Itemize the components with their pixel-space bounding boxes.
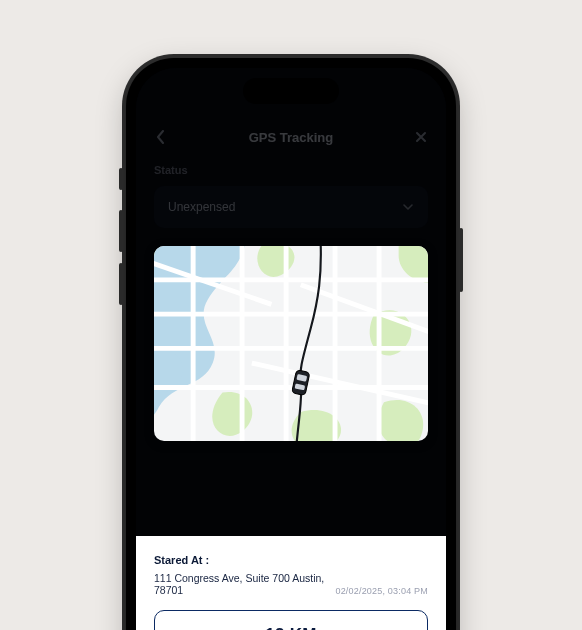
status-selected-value: Unexpensed <box>168 200 235 214</box>
gps-tracking-app: GPS Tracking Status Unexpensed <box>136 68 446 630</box>
distance-box: 12 KM Distance <box>154 610 428 630</box>
started-at-label: Stared At : <box>154 554 327 566</box>
map-preview[interactable] <box>154 246 428 441</box>
bottom-sheet: Stared At : 111 Congress Ave, Suite 700 … <box>136 536 446 630</box>
chevron-down-icon <box>402 198 414 216</box>
page-title: GPS Tracking <box>249 130 334 145</box>
close-button[interactable] <box>406 122 436 152</box>
chevron-left-icon <box>155 129 167 145</box>
close-icon <box>414 130 428 144</box>
dynamic-island <box>243 78 339 104</box>
phone-side-button <box>459 228 463 292</box>
map-illustration <box>154 246 428 441</box>
phone-side-button <box>119 263 123 305</box>
phone-side-button <box>119 210 123 252</box>
phone-device-frame: GPS Tracking Status Unexpensed <box>126 58 456 630</box>
status-label: Status <box>154 164 428 176</box>
started-at-timestamp: 02/02/2025, 03:04 PM <box>327 586 428 596</box>
phone-screen: GPS Tracking Status Unexpensed <box>136 68 446 630</box>
started-at-row: Stared At : 111 Congress Ave, Suite 700 … <box>154 554 428 596</box>
back-button[interactable] <box>146 122 176 152</box>
status-dropdown[interactable]: Unexpensed <box>154 186 428 228</box>
phone-side-button <box>119 168 123 190</box>
started-at-address: 111 Congress Ave, Suite 700 Austin, 7870… <box>154 572 327 596</box>
distance-value: 12 KM <box>165 625 417 630</box>
status-section: Status Unexpensed <box>136 156 446 228</box>
top-bar: GPS Tracking <box>136 118 446 156</box>
